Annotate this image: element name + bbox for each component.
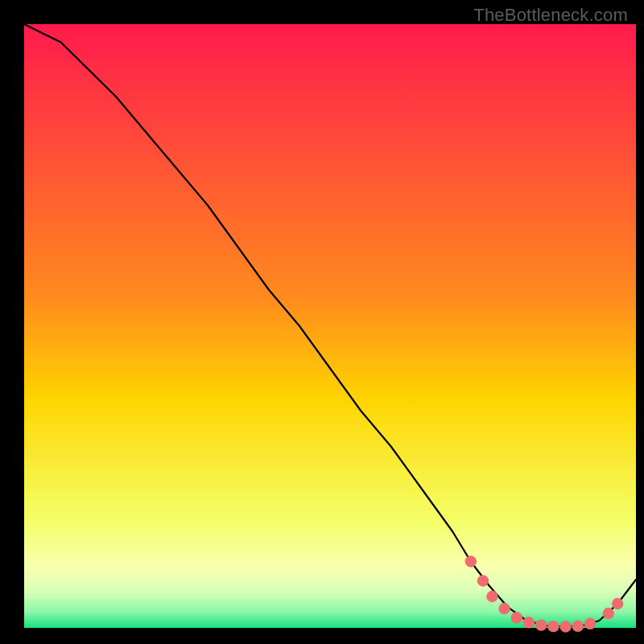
chart-container: TheBottleneck.com: [0, 0, 644, 644]
curve-marker: [612, 598, 623, 609]
curve-marker: [535, 619, 547, 630]
watermark-text: TheBottleneck.com: [473, 5, 628, 26]
curve-marker: [603, 608, 614, 619]
bottleneck-chart: [0, 0, 644, 644]
curve-marker: [572, 621, 584, 632]
curve-marker: [477, 575, 489, 586]
curve-marker: [498, 603, 510, 614]
curve-marker: [547, 621, 559, 632]
curve-marker: [465, 555, 477, 567]
curve-marker: [486, 591, 497, 602]
curve-marker: [584, 618, 596, 630]
curve-marker: [511, 612, 522, 623]
plot-background: [24, 24, 636, 628]
curve-marker: [559, 621, 571, 632]
curve-marker: [523, 617, 535, 628]
